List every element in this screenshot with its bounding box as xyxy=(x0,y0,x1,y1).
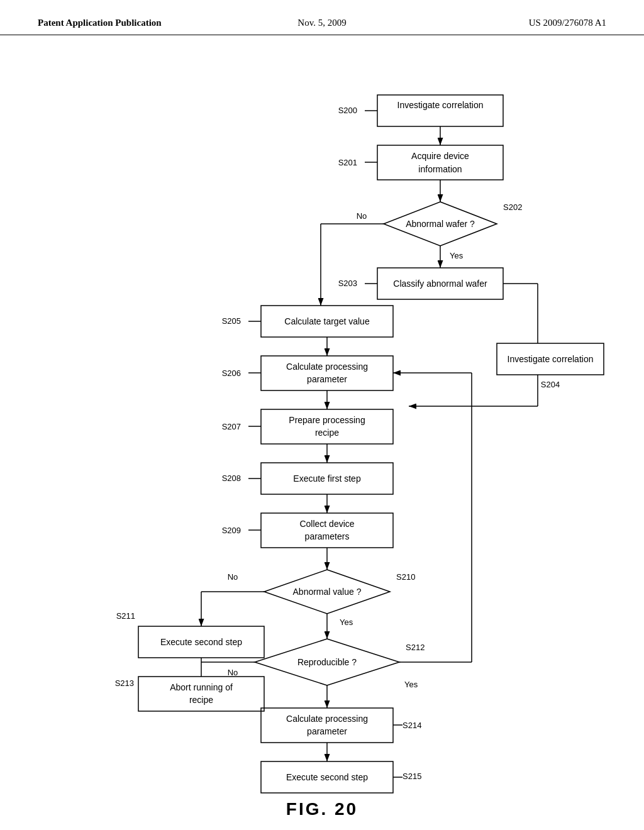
s208-text: Execute first step xyxy=(293,473,361,484)
yes3-label: Yes xyxy=(404,680,418,689)
flowchart-svg: Investigate correlation S200 Acquire dev… xyxy=(0,35,644,815)
patent-number: US 2009/276078 A1 xyxy=(417,18,606,28)
s207-text2: recipe xyxy=(315,428,339,438)
s211-text: Execute second step xyxy=(160,637,242,647)
s213-label: S213 xyxy=(115,678,134,688)
s202-text: Abnormal wafer ? xyxy=(406,219,475,229)
s209-text2: parameters xyxy=(305,531,350,541)
s201-text2: information xyxy=(418,164,462,174)
s202-label: S202 xyxy=(503,202,522,212)
s206-text2: parameter xyxy=(307,374,347,384)
s210-text: Abnormal value ? xyxy=(293,587,362,597)
date-label: Nov. 5, 2009 xyxy=(227,18,416,28)
diagram-area: Investigate correlation S200 Acquire dev… xyxy=(0,35,644,815)
s212-label: S212 xyxy=(406,643,425,652)
publication-label: Patent Application Publication xyxy=(38,18,227,28)
no2-label: No xyxy=(228,572,238,582)
s207-label: S207 xyxy=(222,422,241,431)
s213-text2: recipe xyxy=(189,695,213,705)
s214-text2: parameter xyxy=(307,726,347,736)
yes1-label: Yes xyxy=(450,251,464,260)
s200-label: S200 xyxy=(338,106,357,115)
s205-label: S205 xyxy=(222,316,241,326)
s209-text1: Collect device xyxy=(299,519,354,529)
s207-text1: Prepare processing xyxy=(289,415,365,425)
no3-label: No xyxy=(228,668,238,677)
s204-text: Investigate correlation xyxy=(508,354,594,364)
s209-label: S209 xyxy=(222,526,241,535)
s213-text1: Abort running of xyxy=(170,682,233,692)
s211-label: S211 xyxy=(116,611,135,621)
yes2-label: Yes xyxy=(340,617,353,627)
s200-text: Investigate correlation xyxy=(397,100,484,110)
s210-label: S210 xyxy=(396,572,415,582)
s215-text: Execute second step xyxy=(286,772,368,782)
s206-text1: Calculate processing xyxy=(286,362,368,372)
page-header: Patent Application Publication Nov. 5, 2… xyxy=(0,0,644,35)
figure-caption: FIG. 20 xyxy=(286,799,358,815)
s206-label: S206 xyxy=(222,368,241,378)
s201-text1: Acquire device xyxy=(411,151,469,161)
s204-label: S204 xyxy=(541,380,560,389)
no1-label: No xyxy=(357,211,367,221)
s212-text: Reproducible ? xyxy=(297,657,357,667)
s205-text: Calculate target value xyxy=(284,316,370,326)
s203-label: S203 xyxy=(338,279,357,288)
s214-text1: Calculate processing xyxy=(286,714,368,724)
s201-label: S201 xyxy=(338,158,357,167)
s215-label: S215 xyxy=(402,772,421,781)
s208-label: S208 xyxy=(222,473,241,483)
s203-text: Classify abnormal wafer xyxy=(393,279,487,289)
s214-label: S214 xyxy=(402,721,421,730)
